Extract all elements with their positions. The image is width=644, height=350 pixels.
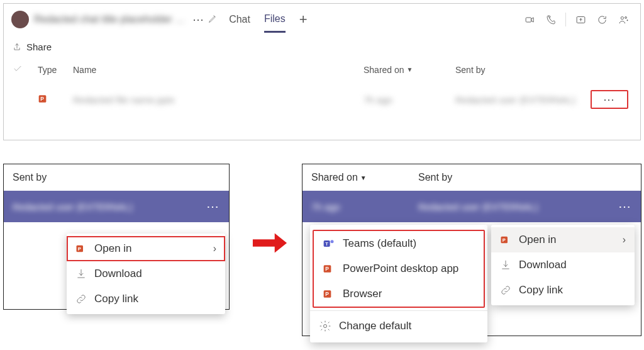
more-options-button[interactable]: ⋯ xyxy=(206,199,220,214)
file-sent-by: Redacted user (EXTERNAL) xyxy=(455,94,587,105)
avatar[interactable] xyxy=(11,11,29,28)
chevron-down-icon: ▼ xyxy=(407,66,413,73)
menu-label: Download xyxy=(94,268,142,280)
columns-header: Shared on▼ Sent by xyxy=(303,164,641,191)
svg-text:T: T xyxy=(325,241,328,247)
file-shared-on: 7h ago xyxy=(311,201,418,212)
svg-text:P: P xyxy=(502,237,506,243)
file-context-menu: P Open in › Download Copy link xyxy=(491,225,635,305)
submenu-label: Change default xyxy=(339,320,411,332)
menu-open-in[interactable]: P Open in › xyxy=(491,227,635,252)
selected-file-row[interactable]: 7h ago Redacted user (EXTERNAL) ⋯ xyxy=(303,191,641,222)
menu-download[interactable]: Download xyxy=(491,252,635,278)
menu-label: Open in xyxy=(94,242,132,255)
menu-divider xyxy=(310,310,487,311)
select-all-checkbox[interactable] xyxy=(13,64,38,76)
menu-open-in[interactable]: P Open in › xyxy=(67,236,225,261)
svg-text:P: P xyxy=(325,291,329,297)
file-context-menu: P Open in › Download Copy link xyxy=(67,234,225,314)
more-options-button[interactable]: ⋯ xyxy=(618,199,632,214)
file-name[interactable]: Redacted file name.pptx xyxy=(73,94,364,105)
change-default[interactable]: Change default xyxy=(310,313,487,339)
svg-text:P: P xyxy=(325,266,329,272)
svg-text:P: P xyxy=(78,246,81,252)
share-button[interactable]: Share xyxy=(4,35,640,59)
submenu-label: Browser xyxy=(343,288,382,300)
chat-header: Redacted chat title placeholder … ⋯ Chat… xyxy=(4,4,640,35)
context-menu-step2-panel: Shared on▼ Sent by 7h ago Redacted user … xyxy=(302,164,641,336)
link-icon xyxy=(75,293,87,305)
chevron-down-icon: ▼ xyxy=(360,174,367,181)
tab-files[interactable]: Files xyxy=(264,7,286,33)
file-sent-by: Redacted user (EXTERNAL) xyxy=(418,201,618,212)
powerpoint-icon: P xyxy=(75,243,87,254)
menu-label: Download xyxy=(519,259,567,271)
tabs: Chat Files + xyxy=(229,7,307,33)
file-type-icon: P xyxy=(38,93,73,107)
column-sent-by[interactable]: Sent by xyxy=(455,65,587,75)
link-icon xyxy=(500,285,511,296)
powerpoint-icon: P xyxy=(323,262,335,275)
table-row[interactable]: P Redacted file name.pptx 7h ago Redacte… xyxy=(4,81,640,118)
title-more-icon[interactable]: ⋯ xyxy=(192,13,204,26)
svg-rect-0 xyxy=(526,17,531,21)
open-in-browser[interactable]: P Browser xyxy=(314,281,484,307)
download-icon xyxy=(500,259,511,271)
menu-copy-link[interactable]: Copy link xyxy=(67,286,225,312)
menu-label: Copy link xyxy=(94,293,138,305)
file-sent-by: Redacted user (EXTERNAL) xyxy=(13,201,206,212)
menu-copy-link[interactable]: Copy link xyxy=(491,278,635,303)
teams-icon: T xyxy=(323,237,335,250)
open-in-submenu: T Teams (default) P PowerPoint desktop a… xyxy=(310,225,487,342)
column-shared-on[interactable]: Shared on▼ xyxy=(311,172,418,183)
files-pane: Redacted chat title placeholder … ⋯ Chat… xyxy=(3,3,641,140)
tab-chat[interactable]: Chat xyxy=(229,8,250,31)
add-tab-button[interactable]: + xyxy=(299,11,308,28)
powerpoint-icon: P xyxy=(323,288,335,300)
audio-call-icon[interactable] xyxy=(541,10,560,29)
guide-arrow-icon xyxy=(252,230,288,258)
context-menu-step1-panel: Sent by Redacted user (EXTERNAL) ⋯ P Ope… xyxy=(3,164,230,310)
file-shared-on: 7h ago xyxy=(364,94,455,105)
svg-point-3 xyxy=(625,16,626,18)
svg-point-10 xyxy=(331,240,334,243)
open-in-teams[interactable]: T Teams (default) xyxy=(314,231,484,256)
column-heading-sent-by: Sent by xyxy=(4,164,229,191)
svg-point-15 xyxy=(324,325,327,328)
menu-download[interactable]: Download xyxy=(67,261,225,286)
chevron-right-icon: › xyxy=(623,234,626,246)
svg-point-2 xyxy=(621,16,623,19)
column-type[interactable]: Type xyxy=(38,65,73,75)
refresh-icon[interactable] xyxy=(592,10,611,29)
more-options-button[interactable]: ⋯ xyxy=(591,90,628,109)
call-actions xyxy=(520,10,633,29)
people-add-icon[interactable] xyxy=(614,10,633,29)
menu-label: Copy link xyxy=(519,284,563,296)
menu-label: Open in xyxy=(519,234,557,246)
share-up-icon xyxy=(13,43,21,52)
column-name[interactable]: Name xyxy=(73,65,364,75)
video-call-icon[interactable] xyxy=(520,10,539,29)
file-list-header: Type Name Shared on▼ Sent by xyxy=(4,59,640,81)
share-screen-icon[interactable] xyxy=(571,10,590,29)
submenu-label: PowerPoint desktop app xyxy=(343,262,458,275)
chat-title: Redacted chat title placeholder … xyxy=(34,14,185,25)
chevron-right-icon: › xyxy=(213,243,216,254)
submenu-label: Teams (default) xyxy=(343,237,416,250)
column-shared-on[interactable]: Shared on▼ xyxy=(364,65,455,75)
rename-icon[interactable] xyxy=(208,14,218,26)
svg-text:P: P xyxy=(40,96,44,102)
download-icon xyxy=(75,268,87,279)
share-label: Share xyxy=(26,42,52,52)
gear-icon xyxy=(319,320,331,332)
open-in-desktop[interactable]: P PowerPoint desktop app xyxy=(314,256,484,281)
selected-file-row[interactable]: Redacted user (EXTERNAL) ⋯ xyxy=(4,191,229,222)
powerpoint-icon: P xyxy=(500,234,511,246)
column-sent-by[interactable]: Sent by xyxy=(418,172,452,183)
